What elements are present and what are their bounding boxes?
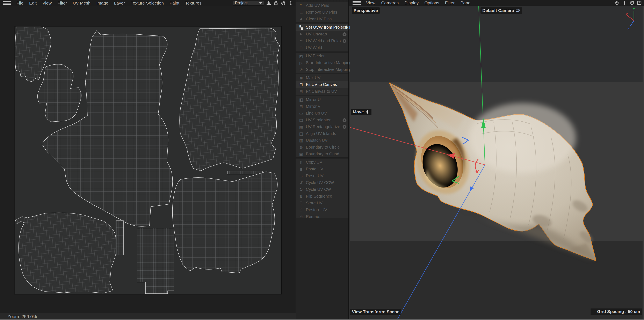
menu-view[interactable]: View [363, 1, 378, 5]
uv-island[interactable] [180, 28, 280, 171]
panel-item-uv-rectangularize[interactable]: ▦UV Rectangularize [296, 123, 348, 130]
pan-vertical-icon[interactable] [288, 1, 294, 6]
panel-item-uv-peeler[interactable]: ◩UV Peeler [296, 53, 348, 59]
panel-item-label: Set UVW from Projection [306, 25, 352, 30]
panel-item-restore-uv[interactable]: ↥Restore UV [296, 207, 348, 213]
hand-icon[interactable] [281, 1, 286, 6]
weld-icon: ⊓ [298, 45, 304, 50]
viewport-menus: ViewCamerasDisplayOptionsFilterPanel [363, 1, 474, 5]
menu-options[interactable]: Options [422, 1, 442, 5]
panel-item-label: UV Straighten [306, 118, 332, 122]
hand-icon[interactable] [614, 0, 620, 6]
panel-item-cycle-uv-ccw[interactable]: ↺Cycle UV CCW [296, 179, 348, 186]
panel-item-boundary-to-quad[interactable]: ▣Boundary to Quad [296, 151, 348, 157]
panel-item-mirror-v[interactable]: ⊟Mirror V [296, 103, 348, 110]
menu-image[interactable]: Image [94, 1, 111, 6]
panel-item-label: Fit Canvas to UV [306, 89, 337, 94]
panel-item-boundary-to-circle[interactable]: ⊚Boundary to Circle [296, 144, 348, 151]
panel-item-uv-unwrap[interactable]: ≈UV Unwrap [296, 31, 348, 38]
uv-island[interactable] [172, 172, 277, 273]
gear-icon[interactable] [342, 39, 347, 43]
project-dropdown-value: Project [235, 1, 248, 5]
menu-texture-selection[interactable]: Texture Selection [128, 1, 166, 6]
gear-icon[interactable] [342, 32, 347, 37]
uv-island[interactable] [16, 213, 118, 293]
active-tool-label[interactable]: Move [351, 109, 372, 115]
panel-item-uv-straighten[interactable]: ▤UV Straighten [296, 117, 348, 123]
panel-item-reset-uv[interactable]: ⊙Reset UV [296, 173, 348, 179]
panel-item-label: UV Peeler [306, 54, 324, 58]
orbit-icon[interactable] [629, 0, 634, 6]
panel-item-cycle-uv-cw[interactable]: ↻Cycle UV CW [296, 186, 348, 193]
panel-item-fit-uv-to-canvas[interactable]: ⊡Fit UV to Canvas [296, 81, 348, 88]
panel-section-1: †Add UV Pins⊥Remove UV Pins✗Clear UV Pin… [296, 2, 348, 23]
cycle-cw-icon: ↻ [298, 187, 304, 192]
panel-section-3: ◩UV Peeler▷Start Interactive Mapping⊘Sto… [296, 52, 348, 73]
panel-item-stop-interactive-mapping[interactable]: ⊘Stop Interactive Mapping [296, 66, 348, 73]
menu-paint[interactable]: Paint [166, 1, 182, 6]
uv-island[interactable] [42, 30, 172, 226]
panel-item-add-uv-pins[interactable]: †Add UV Pins [296, 2, 348, 9]
panel-grip-handle[interactable] [296, 0, 348, 2]
peeler-icon: ◩ [298, 54, 304, 59]
uv-island[interactable] [38, 64, 81, 122]
view-type-label[interactable]: Perspective [352, 8, 380, 14]
camera-label[interactable]: Default Camera [480, 8, 522, 14]
maximize-icon[interactable] [636, 0, 642, 6]
gear-icon[interactable] [342, 125, 347, 129]
menu-display[interactable]: Display [402, 1, 422, 5]
panel-item-unstitch-uv[interactable]: ▥Unstitch UV [296, 137, 348, 144]
panel-item-fit-canvas-to-uv[interactable]: ⊞Fit Canvas to UV [296, 88, 348, 95]
panel-item-align-uv-islands[interactable]: ◫Align UV Islands [296, 130, 348, 137]
menu-view[interactable]: View [40, 1, 54, 6]
shell-model[interactable] [389, 83, 596, 261]
project-dropdown[interactable]: Project [233, 1, 264, 6]
max-uv-icon: ⊠ [298, 75, 304, 80]
panel-item-paste-uv[interactable]: ▮Paste UV [296, 166, 348, 173]
viewport-3d[interactable]: Perspective Default Camera Move [350, 6, 644, 320]
hamburger-menu-icon[interactable] [352, 1, 361, 5]
app-window: FileEditViewFilterUV MeshImageLayerTextu… [0, 0, 644, 320]
uv-editor-toolbar [264, 1, 296, 6]
hamburger-menu-icon[interactable] [3, 1, 11, 5]
menu-file[interactable]: File [14, 1, 26, 6]
gear-icon[interactable] [342, 118, 347, 122]
move-tool-icon [366, 110, 370, 114]
uv-island[interactable] [227, 171, 263, 174]
pan-vertical-icon[interactable] [622, 0, 627, 6]
panel-item-line-up-uv[interactable]: ▭Line Up UV [296, 110, 348, 117]
menu-textures[interactable]: Textures [182, 1, 204, 6]
panel-item-copy-uv[interactable]: ▯Copy UV [296, 159, 348, 166]
histogram-icon[interactable] [266, 1, 271, 6]
axis-orientation-gizmo[interactable]: Y X Z [625, 8, 644, 31]
panel-item-remove-uv-pins[interactable]: ⊥Remove UV Pins [296, 9, 348, 16]
menu-layer[interactable]: Layer [111, 1, 128, 6]
mirror-v-icon: ⊟ [298, 104, 304, 109]
boundary-quad-icon: ▣ [298, 152, 304, 156]
menu-edit[interactable]: Edit [26, 1, 40, 6]
menu-filter[interactable]: Filter [442, 1, 458, 5]
menu-filter[interactable]: Filter [54, 1, 70, 6]
lock-icon[interactable] [273, 1, 279, 6]
viewport-pane: ViewCamerasDisplayOptionsFilterPanel [350, 0, 644, 320]
panel-item-store-uv[interactable]: ↧Store UV [296, 200, 348, 207]
panel-item-mirror-u[interactable]: ◧Mirror U [296, 96, 348, 103]
panel-item-max-uv[interactable]: ⊠Max UV [296, 74, 348, 81]
menu-cameras[interactable]: Cameras [378, 1, 402, 5]
panel-item-uv-weld-and-relax[interactable]: ⊂UV Weld and Relax [296, 38, 348, 44]
panel-item-start-interactive-mapping[interactable]: ▷Start Interactive Mapping [296, 59, 348, 66]
pane-divider-highlight [349, 6, 350, 319]
panel-item-set-uvw-from-projection[interactable]: ▚Set UVW from Projection [296, 24, 348, 31]
uv-island[interactable] [116, 221, 124, 255]
cycle-ccw-icon: ↺ [298, 180, 304, 185]
menu-uv-mesh[interactable]: UV Mesh [70, 1, 94, 6]
window-right-edge [642, 6, 644, 319]
uv-canvas[interactable] [14, 26, 282, 294]
pin-clear-icon: ✗ [298, 17, 304, 22]
uv-island[interactable] [137, 228, 174, 294]
panel-item-uv-weld[interactable]: ⊓UV Weld [296, 44, 348, 51]
menu-panel[interactable]: Panel [458, 1, 474, 5]
panel-item-flip-sequence[interactable]: ⇅Flip Sequence [296, 193, 348, 200]
mirror-u-icon: ◧ [298, 97, 304, 102]
panel-item-clear-uv-pins[interactable]: ✗Clear UV Pins [296, 16, 348, 23]
